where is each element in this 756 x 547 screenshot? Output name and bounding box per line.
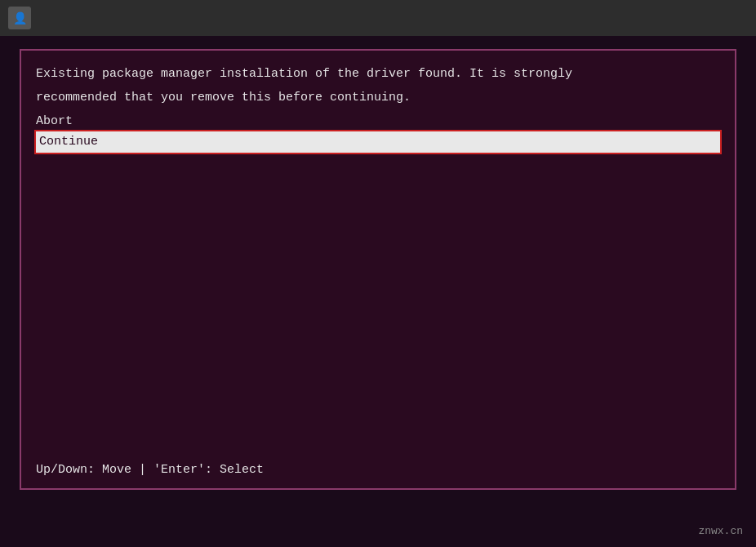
menu-item-abort[interactable]: Abort (36, 112, 720, 131)
menu-item-continue[interactable]: Continue (36, 131, 720, 153)
titlebar-icon: 👤 (8, 7, 31, 29)
terminal-body: Existing package manager installation of… (36, 65, 720, 460)
watermark: znwx.cn (698, 525, 743, 537)
status-bar: Up/Down: Move | 'Enter': Select (36, 460, 720, 477)
main-content: Existing package manager installation of… (0, 36, 756, 498)
titlebar: 👤 (0, 0, 756, 36)
terminal-box: Existing package manager installation of… (20, 49, 736, 490)
message-line1: Existing package manager installation of… (36, 65, 720, 84)
person-icon: 👤 (13, 11, 27, 25)
message-line2: recommended that you remove this before … (36, 89, 720, 108)
